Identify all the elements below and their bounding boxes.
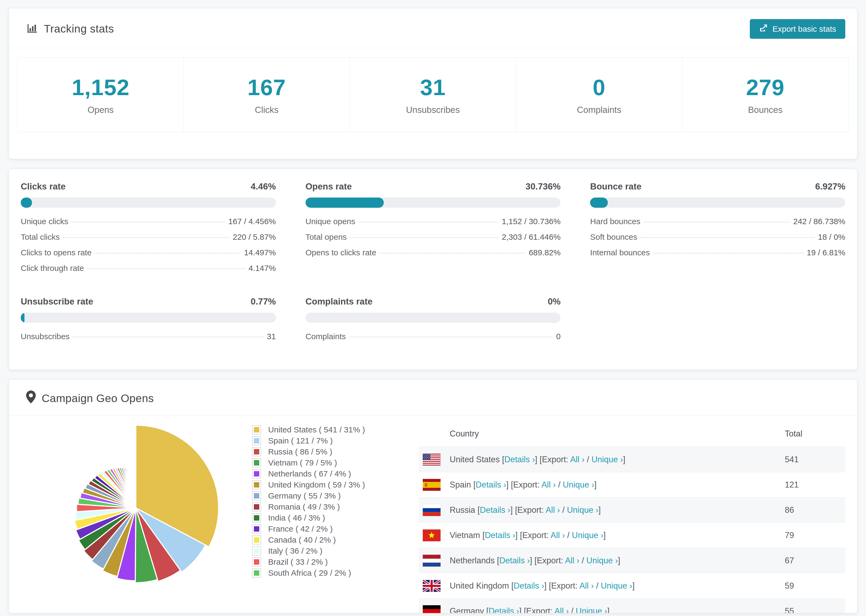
dotted-leader [379, 253, 526, 253]
geo-table: Country Total United States [Details ›] … [419, 422, 845, 613]
dotted-leader [94, 253, 241, 253]
progress-fill [590, 198, 608, 208]
summary-value: 0 [593, 74, 606, 101]
rate-row-value: 19 / 6.81% [807, 248, 845, 257]
details-link[interactable]: Details › [504, 455, 535, 464]
rate-row-label: Hard bounces [590, 217, 640, 226]
legend-item-france[interactable]: France ( 42 / 2% ) [252, 524, 381, 533]
export-all-link[interactable]: All › [551, 531, 565, 540]
country-flag-vn [423, 530, 441, 541]
legend-swatch [252, 480, 261, 489]
details-link[interactable]: Details › [499, 556, 530, 565]
rate-head: Bounce rate 6.927% [590, 181, 845, 192]
country-flag-us [423, 454, 441, 465]
rate-title: Opens rate [305, 181, 352, 192]
export-unique-link[interactable]: Unique › [586, 556, 618, 565]
dotted-leader [640, 237, 815, 238]
total-value: 86 [785, 505, 845, 515]
legend-item-south-africa[interactable]: South Africa ( 29 / 2% ) [252, 569, 381, 578]
country-cell: Spain [Details ›] [Export: All › / Uniqu… [450, 480, 785, 490]
legend-label: Russia ( 86 / 5% ) [268, 447, 332, 456]
rate-head: Complaints rate 0% [305, 297, 561, 306]
rate-value: 0.77% [251, 297, 276, 306]
rate-value: 4.46% [251, 181, 276, 192]
total-value: 55 [785, 606, 845, 614]
column-header-country: Country [450, 429, 785, 438]
tracking-stats-card: Tracking stats Export basic stats 1,152 … [9, 8, 857, 159]
rate-row-value: 242 / 86.738% [794, 217, 846, 226]
export-all-link[interactable]: All › [542, 480, 556, 489]
table-header-row: Country Total [419, 422, 845, 447]
legend-label: Netherlands ( 67 / 4% ) [268, 469, 351, 478]
legend-item-italy[interactable]: Italy ( 36 / 2% ) [252, 546, 381, 556]
summary-stats-row: 1,152 Opens167 Clicks31 Unsubscribes0 Co… [17, 57, 849, 132]
legend-item-romania[interactable]: Romania ( 49 / 3% ) [252, 502, 381, 511]
summary-card-bounces: 279 Bounces [682, 57, 849, 132]
export-all-link[interactable]: All › [570, 455, 584, 464]
legend-label: Brazil ( 33 / 2% ) [268, 558, 328, 567]
legend-item-russia[interactable]: Russia ( 86 / 5% ) [252, 447, 381, 456]
details-link[interactable]: Details › [480, 505, 510, 515]
legend-item-vietnam[interactable]: Vietnam ( 79 / 5% ) [252, 458, 381, 467]
legend-item-netherlands[interactable]: Netherlands ( 67 / 4% ) [252, 469, 381, 478]
export-basic-stats-button[interactable]: Export basic stats [750, 19, 845, 39]
rate-row: Clicks to opens rate 14.497% [21, 248, 276, 264]
rate-row-value: 4.147% [249, 264, 276, 273]
export-all-link[interactable]: All › [554, 606, 568, 614]
rate-row-label: Soft bounces [590, 233, 637, 242]
rate-value: 6.927% [815, 181, 845, 192]
summary-card-complaints: 0 Complaints [516, 57, 682, 132]
legend-label: Spain ( 121 / 7% ) [268, 436, 333, 445]
legend-item-canada[interactable]: Canada ( 40 / 2% ) [252, 535, 381, 545]
export-unique-link[interactable]: Unique › [572, 531, 603, 540]
rate-row: Unsubscribes 31 [21, 332, 276, 347]
campaign-geo-opens-card: Campaign Geo Opens United States ( 541 /… [9, 379, 857, 613]
rate-value: 30.736% [526, 181, 561, 192]
export-unique-link[interactable]: Unique › [567, 505, 598, 515]
legend-swatch [252, 513, 261, 522]
rate-row-label: Click through rate [21, 264, 84, 273]
export-unique-link[interactable]: Unique › [591, 455, 623, 464]
details-link[interactable]: Details › [485, 531, 515, 540]
rate-row: Soft bounces 18 / 0% [590, 233, 845, 248]
map-pin-icon [26, 391, 36, 406]
table-row-germany: Germany [Details ›] [Export: All › / Uni… [419, 598, 845, 613]
legend-item-united-kingdom[interactable]: United Kingdom ( 59 / 3% ) [252, 480, 381, 489]
export-unique-link[interactable]: Unique › [601, 581, 632, 591]
legend-item-united-states[interactable]: United States ( 541 / 31% ) [252, 425, 381, 434]
export-all-link[interactable]: All › [546, 505, 560, 515]
details-link[interactable]: Details › [476, 480, 506, 489]
total-value: 79 [785, 531, 845, 540]
rate-row: Internal bounces 19 / 6.81% [590, 248, 845, 264]
country-name: United Kingdom [450, 581, 509, 591]
country-cell: Russia [Details ›] [Export: All › / Uniq… [450, 505, 785, 515]
export-unique-link[interactable]: Unique › [576, 606, 607, 614]
dotted-leader [653, 253, 803, 253]
country-flag-ru [423, 504, 441, 516]
legend-item-spain[interactable]: Spain ( 121 / 7% ) [252, 436, 381, 445]
rate-row-value: 14.497% [244, 248, 276, 257]
legend-label: United States ( 541 / 31% ) [268, 425, 365, 434]
geo-title-wrap: Campaign Geo Opens [26, 391, 154, 406]
summary-value: 1,152 [72, 74, 129, 101]
legend-swatch [252, 469, 261, 478]
details-link[interactable]: Details › [489, 606, 519, 614]
legend-item-brazil[interactable]: Brazil ( 33 / 2% ) [252, 558, 381, 567]
summary-card-unsubscribes: 31 Unsubscribes [350, 57, 516, 132]
legend-item-india[interactable]: India ( 46 / 3% ) [252, 513, 381, 522]
dotted-leader [87, 269, 245, 269]
progress-bar [305, 313, 561, 323]
export-all-link[interactable]: All › [579, 581, 594, 591]
summary-card-clicks: 167 Clicks [183, 57, 350, 132]
legend-swatch [252, 569, 261, 578]
rate-row: Total clicks 220 / 5.87% [21, 233, 276, 248]
rate-row-label: Unsubscribes [21, 332, 70, 341]
export-unique-link[interactable]: Unique › [563, 480, 594, 489]
export-all-link[interactable]: All › [565, 556, 579, 565]
pie-slice-other[interactable] [135, 471, 136, 508]
rate-panel-clicks-rate: Clicks rate 4.46% Unique clicks 167 / 4.… [21, 181, 276, 279]
country-cell: Germany [Details ›] [Export: All › / Uni… [450, 606, 785, 614]
country-name: Vietnam [450, 531, 480, 540]
details-link[interactable]: Details › [514, 581, 544, 591]
legend-item-germany[interactable]: Germany ( 55 / 3% ) [252, 491, 381, 500]
